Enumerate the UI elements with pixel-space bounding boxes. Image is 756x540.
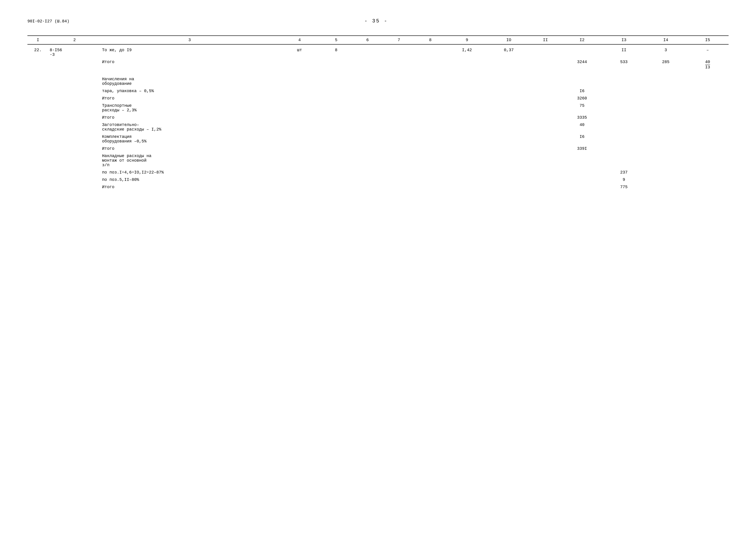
itogo2-col12: 3260 (561, 95, 603, 102)
row-unit: шт (278, 44, 320, 58)
itogo3-spacer-2 (49, 114, 101, 121)
itogo5-col14 (645, 183, 687, 191)
poz1-col15 (687, 169, 728, 176)
itogo-col15: 40 I3 (687, 58, 728, 71)
row-col7 (383, 44, 415, 58)
table-row-itogo-5: Итого 775 (28, 183, 728, 191)
komp-col15 (687, 133, 728, 145)
zag-rest (278, 121, 561, 133)
poz1-rest (278, 169, 530, 176)
sec-spacer-1 (28, 75, 49, 87)
col-header-13: I3 (603, 36, 645, 44)
zag-desc: Заготовительно–складские расходы – I,2% (101, 121, 278, 133)
col-header-8: 8 (415, 36, 446, 44)
komp-spacer-2 (49, 133, 101, 145)
doc-reference: 90I-02-I27 (Ш.84) (28, 19, 69, 24)
itogo3-label: Итого (101, 114, 278, 121)
table-row-komplekt: Комплектацияоборудования –0,5% I6 (28, 133, 728, 145)
nakl-spacer-1 (28, 152, 49, 169)
col-header-10: IO (488, 36, 530, 44)
sec-spacer-2 (49, 75, 101, 87)
itogo4-col15 (687, 145, 728, 152)
itogo2-col13 (603, 95, 645, 102)
table-row-poz1: по поз.I÷4,6÷IO,I2÷22–87% 237 (28, 169, 728, 176)
itogo3-rest (278, 114, 561, 121)
itogo5-col13: 775 (603, 183, 645, 191)
sec-desc: Начисления наоборудование (101, 75, 278, 87)
row-col12 (561, 44, 603, 58)
row-desc: То же, до I9 (101, 44, 278, 58)
trans-spacer-1 (28, 102, 49, 114)
komp-rest (278, 133, 561, 145)
nakl-spacer-2 (49, 152, 101, 169)
sec-rest (278, 75, 728, 87)
table-row-zagotovit: Заготовительно–складские расходы – I,2% … (28, 121, 728, 133)
trans-col15 (687, 102, 728, 114)
tara-col15 (687, 87, 728, 95)
itogo3-col12: 3335 (561, 114, 603, 121)
itogo2-rest (278, 95, 561, 102)
itogo4-label: Итого (101, 145, 278, 152)
col-header-15: I5 (687, 36, 728, 44)
spacer-row (28, 71, 728, 75)
poz1-col13: 237 (603, 169, 645, 176)
poz5-col13: 9 (603, 176, 645, 183)
tara-col5 (320, 87, 352, 95)
tara-spacer-1 (28, 87, 49, 95)
tara-col12: I6 (561, 87, 603, 95)
table-row-itogo-3: Итого 3335 (28, 114, 728, 121)
table-row-tara: тара, упаковка – 0,5% I6 (28, 87, 728, 95)
col-header-14: I4 (645, 36, 687, 44)
itogo-col7 (383, 58, 415, 71)
itogo-col5 (320, 58, 352, 71)
col-header-1: I (28, 36, 49, 44)
row-col14: 3 (645, 44, 687, 58)
itogo4-col14 (645, 145, 687, 152)
row-num: 22. (28, 44, 49, 58)
poz5-col14 (645, 176, 687, 183)
komp-col14 (645, 133, 687, 145)
tara-col13 (603, 87, 645, 95)
itogo3-col14 (645, 114, 687, 121)
itogo5-spacer-1 (28, 183, 49, 191)
itogo2-col15 (687, 95, 728, 102)
poz5-spacer-2 (49, 176, 101, 183)
komp-col13 (603, 133, 645, 145)
row-col11 (530, 44, 561, 58)
zag-col15 (687, 121, 728, 133)
row-col9: I,42 (446, 44, 488, 58)
itogo-spacer-2 (49, 58, 101, 71)
itogo-col9 (446, 58, 488, 71)
table-row-itogo-1: Итого 3244 533 285 40 I3 (28, 58, 728, 71)
itogo4-spacer-2 (49, 145, 101, 152)
komp-desc: Комплектацияоборудования –0,5% (101, 133, 278, 145)
trans-col14 (645, 102, 687, 114)
tara-col14 (645, 87, 687, 95)
table-row-itogo-2: Итого 3260 (28, 95, 728, 102)
itogo3-spacer-1 (28, 114, 49, 121)
zag-col12: 40 (561, 121, 603, 133)
poz1-desc: по поз.I÷4,6÷IO,I2÷22–87% (101, 169, 278, 176)
poz5-rest (278, 176, 530, 183)
itogo5-col15 (687, 183, 728, 191)
itogo-col13: 533 (603, 58, 645, 71)
itogo-col8 (415, 58, 446, 71)
trans-col13 (603, 102, 645, 114)
itogo5-col12 (561, 183, 603, 191)
zag-col13 (603, 121, 645, 133)
nakl-rest (278, 152, 728, 169)
trans-desc: Транспортныерасходы – 2,3% (101, 102, 278, 114)
tara-col11 (530, 87, 561, 95)
doc-header: 90I-02-I27 (Ш.84) - 35 - (28, 18, 728, 26)
itogo4-spacer-1 (28, 145, 49, 152)
itogo-col14: 285 (645, 58, 687, 71)
table-row-nakladnie: Накладные расходы намонтаж от основнойз/… (28, 152, 728, 169)
tara-col10 (488, 87, 530, 95)
col-header-3: 3 (101, 36, 278, 44)
poz5-col12 (561, 176, 603, 183)
poz5-col15 (687, 176, 728, 183)
itogo-label: Итого (101, 58, 278, 71)
itogo-col11 (530, 58, 561, 71)
tara-col9 (446, 87, 488, 95)
tara-col4 (278, 87, 320, 95)
